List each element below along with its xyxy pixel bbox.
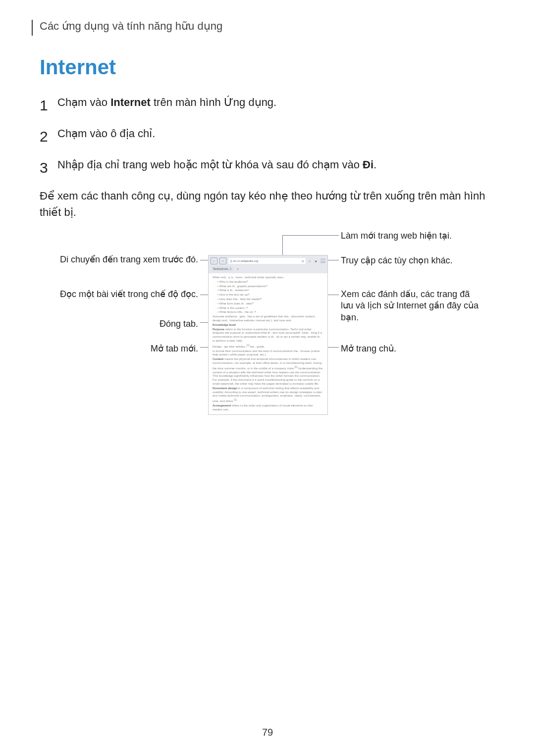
figure: Di chuyển đến trang xem trước đó. Đọc mộ… [40, 235, 495, 453]
new-tab-icon: + [236, 267, 240, 270]
tab-chip: Technical writ.. × [212, 266, 233, 271]
callout-more-options: Truy cập các tùy chọn khác. [341, 255, 452, 266]
step-1: 1 Chạm vào Internet trên màn hình Ứng dụ… [40, 94, 495, 116]
step-number: 2 [40, 125, 57, 148]
reader-icon: ☰ [230, 259, 232, 263]
page-title: Internet [40, 55, 495, 79]
home-icon: ⌂ [308, 259, 312, 262]
page-number: 79 [0, 727, 535, 738]
callout-refresh: Làm mới trang web hiện tại. [341, 230, 452, 242]
breadcrumb: Các ứng dụng và tính năng hữu dụng [32, 20, 495, 36]
back-icon: ‹ [211, 257, 217, 264]
step-2: 2 Chạm vào ô địa chỉ. [40, 125, 495, 148]
step-3: 3 Nhập địa chỉ trang web hoặc một từ khó… [40, 156, 495, 179]
callout-home: Mở trang chủ. [341, 343, 396, 354]
refresh-icon: ⟳ [302, 259, 304, 263]
page-content: When writ.. q..b.. trans.. technical wri… [209, 273, 327, 414]
close-icon: × [230, 267, 231, 270]
menu-icon [320, 258, 325, 264]
bookmarks-icon: ★ [314, 259, 318, 263]
url-text: en.m.wikipedia.org [233, 259, 258, 262]
callout-close-tab: Đóng tab. [160, 318, 198, 330]
callout-bookmarks-history: Xem các đánh dấu, các trang đã lưu và lị… [341, 289, 480, 323]
step-number: 3 [40, 156, 57, 179]
callout-reader-mode: Đọc một bài viết trong chế độ đọc. [60, 289, 198, 300]
body-paragraph: Để xem các thanh công cụ, dùng ngón tay … [40, 188, 495, 220]
browser-screenshot: ‹ › ☰ en.m.wikipedia.org ⟳ ⌂ ★ Technical… [208, 255, 328, 415]
step-number: 1 [40, 94, 57, 116]
step-text: Chạm vào ô địa chỉ. [57, 125, 155, 142]
address-bar: ☰ en.m.wikipedia.org ⟳ [228, 258, 306, 264]
callout-previous-page: Di chuyển đến trang xem trước đó. [60, 254, 198, 265]
step-text: Nhập địa chỉ trang web hoặc một từ khóa … [57, 156, 376, 173]
step-text: Chạm vào Internet trên màn hình Ứng dụng… [57, 94, 276, 110]
callout-new-tab: Mở tab mới. [151, 343, 198, 354]
forward-icon: › [219, 257, 226, 264]
